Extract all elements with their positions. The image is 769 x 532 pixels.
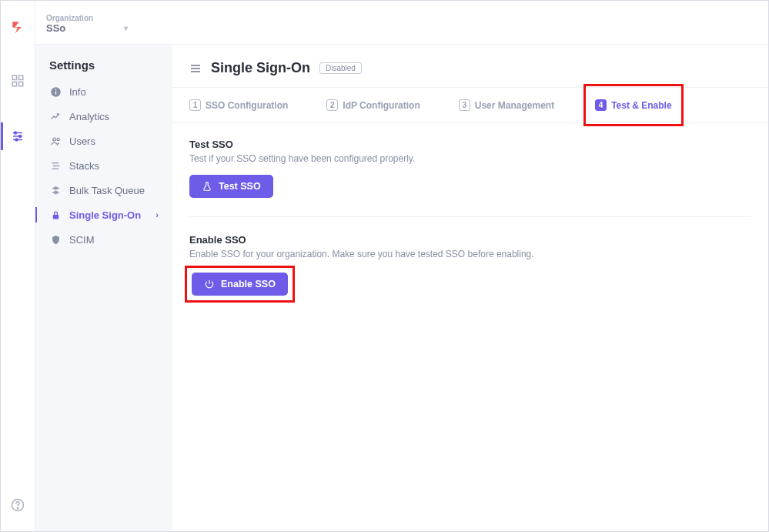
test-sso-button[interactable]: Test SSO bbox=[189, 175, 273, 198]
highlight-box: 4 Test & Enable bbox=[583, 84, 683, 126]
stacks-icon bbox=[49, 159, 62, 172]
section-title: Test SSO bbox=[189, 139, 751, 150]
menu-toggle-icon[interactable] bbox=[189, 62, 202, 75]
svg-rect-13 bbox=[55, 91, 55, 94]
help-icon[interactable] bbox=[1, 488, 35, 522]
tab-idp-configuration[interactable]: 2 IdP Configuration bbox=[326, 90, 435, 120]
section-enable-sso: Enable SSO Enable SSO for your organizat… bbox=[189, 234, 751, 316]
sidebar-item-label: Single Sign-On bbox=[69, 209, 141, 221]
section-title: Enable SSO bbox=[189, 234, 751, 246]
chevron-right-icon: › bbox=[155, 210, 159, 219]
analytics-icon bbox=[49, 110, 62, 122]
svg-point-11 bbox=[17, 508, 18, 509]
section-description: Enable SSO for your organization. Make s… bbox=[189, 249, 751, 259]
page-title: Single Sign-On bbox=[211, 60, 310, 76]
svg-rect-3 bbox=[19, 82, 23, 86]
tab-test-enable[interactable]: 4 Test & Enable bbox=[595, 90, 671, 120]
status-badge: Disabled bbox=[319, 62, 362, 74]
svg-rect-20 bbox=[52, 214, 59, 219]
step-number: 4 bbox=[595, 99, 607, 111]
chevron-down-icon: ▼ bbox=[122, 25, 129, 32]
highlight-box: Enable SSO bbox=[185, 266, 295, 303]
shield-icon bbox=[49, 233, 62, 246]
flask-icon bbox=[202, 181, 212, 192]
sidebar-item-label: SCIM bbox=[69, 234, 95, 246]
org-name: SSo bbox=[46, 22, 65, 34]
section-description: Test if your SSO setting have been confi… bbox=[189, 153, 751, 164]
tab-sso-configuration[interactable]: 1 SSO Configuration bbox=[189, 90, 303, 120]
step-number: 1 bbox=[189, 99, 201, 111]
org-label: Organization bbox=[46, 14, 162, 22]
lock-icon bbox=[49, 209, 62, 221]
sidebar-item-single-sign-on[interactable]: Single Sign-On › bbox=[35, 202, 172, 227]
tab-user-management[interactable]: 3 User Management bbox=[459, 90, 570, 120]
users-icon bbox=[49, 135, 62, 147]
sidebar-item-analytics[interactable]: Analytics bbox=[35, 104, 172, 129]
sidebar-item-label: Bulk Task Queue bbox=[69, 185, 145, 196]
sidebar-item-users[interactable]: Users bbox=[35, 129, 172, 153]
nav-rail bbox=[1, 1, 35, 531]
power-icon bbox=[204, 279, 215, 289]
dashboard-icon[interactable] bbox=[1, 64, 35, 98]
info-icon bbox=[49, 85, 62, 98]
sidebar-title: Settings bbox=[35, 55, 172, 79]
svg-point-15 bbox=[52, 138, 55, 141]
tab-label: Test & Enable bbox=[611, 100, 671, 111]
button-label: Test SSO bbox=[219, 181, 261, 192]
sidebar-item-stacks[interactable]: Stacks bbox=[35, 153, 172, 178]
sidebar-item-info[interactable]: Info bbox=[35, 79, 172, 104]
svg-point-8 bbox=[19, 136, 22, 138]
svg-point-14 bbox=[55, 89, 56, 90]
sidebar-item-bulk-task-queue[interactable]: Bulk Task Queue bbox=[35, 178, 172, 202]
org-switcher[interactable]: Organization SSo ▼ bbox=[35, 1, 172, 45]
step-number: 2 bbox=[326, 99, 338, 111]
sidebar-item-label: Analytics bbox=[69, 111, 109, 122]
svg-point-7 bbox=[15, 132, 17, 134]
button-label: Enable SSO bbox=[221, 279, 276, 289]
tab-label: User Management bbox=[475, 100, 554, 111]
enable-sso-button[interactable]: Enable SSO bbox=[192, 273, 288, 296]
svg-rect-1 bbox=[19, 75, 23, 79]
svg-rect-0 bbox=[12, 75, 16, 79]
main-content: Single Sign-On Disabled 1 SSO Configurat… bbox=[172, 1, 768, 531]
step-tabs: 1 SSO Configuration 2 IdP Configuration … bbox=[172, 87, 768, 123]
settings-sidebar: Settings Info Analytics Users bbox=[35, 45, 172, 531]
sidebar-item-label: Info bbox=[69, 86, 86, 98]
queue-icon bbox=[49, 184, 62, 196]
sidebar-item-label: Stacks bbox=[69, 160, 99, 172]
sidebar-item-label: Users bbox=[69, 136, 95, 147]
svg-rect-2 bbox=[12, 82, 16, 86]
tab-label: SSO Configuration bbox=[206, 100, 288, 111]
svg-point-9 bbox=[15, 139, 18, 141]
logo-icon bbox=[1, 10, 35, 44]
sidebar-item-scim[interactable]: SCIM bbox=[35, 227, 172, 252]
settings-sliders-icon[interactable] bbox=[1, 119, 35, 153]
tab-label: IdP Configuration bbox=[343, 100, 420, 111]
page-header: Single Sign-On Disabled bbox=[172, 45, 768, 87]
step-number: 3 bbox=[459, 99, 470, 111]
svg-point-16 bbox=[57, 138, 59, 140]
section-test-sso: Test SSO Test if your SSO setting have b… bbox=[189, 139, 751, 217]
